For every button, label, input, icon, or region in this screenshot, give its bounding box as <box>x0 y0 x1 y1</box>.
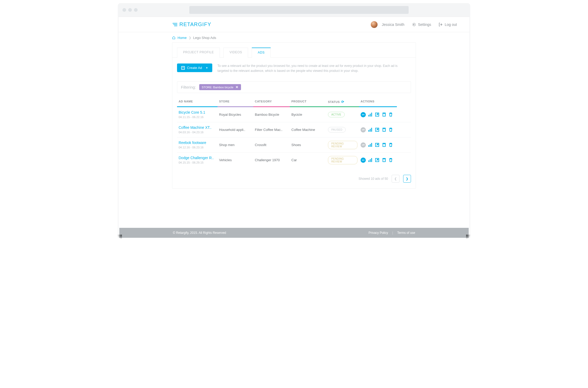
svg-rect-8 <box>368 130 369 132</box>
col-product[interactable]: PRODUCT <box>290 98 326 107</box>
status-badge: PENDING REVIEW <box>328 156 357 164</box>
filter-chip: STORE: Bamboo bicycle ✕ <box>199 84 241 90</box>
col-store[interactable]: STORE <box>217 98 253 107</box>
trash-icon[interactable] <box>388 158 393 163</box>
cell-category: Bamboo Bicycle <box>253 113 290 117</box>
status-badge: ACTIVE <box>328 112 345 117</box>
svg-rect-13 <box>368 145 369 147</box>
cell-store: Shop men <box>217 143 253 147</box>
svg-rect-10 <box>371 128 372 132</box>
chart-icon[interactable] <box>368 112 373 117</box>
url-bar[interactable] <box>189 6 409 14</box>
browser-controls <box>118 3 470 17</box>
user-name: Jessica Smith <box>382 22 404 27</box>
ad-name-link[interactable]: Dodge Challenger R.. <box>179 156 216 160</box>
svg-rect-17 <box>383 144 385 147</box>
caret-down-icon: ▼ <box>206 67 208 69</box>
svg-rect-19 <box>370 159 371 162</box>
svg-rect-14 <box>370 144 371 147</box>
avatar <box>371 21 378 28</box>
gear-icon <box>412 22 416 27</box>
ads-table: AD NAME STORE CATEGORY PRODUCT STATUS ⟳ … <box>172 93 416 173</box>
col-category[interactable]: CATEGORY <box>253 98 290 107</box>
filter-chip-text: STORE: Bamboo bicycle <box>202 86 233 89</box>
col-status[interactable]: STATUS ⟳ <box>326 98 359 107</box>
copy-icon[interactable] <box>381 128 386 132</box>
help-text: To see a relevant ad for the product you… <box>217 63 405 73</box>
pager-summary: Showed 10 ads of 50 <box>358 177 388 181</box>
status-badge: PAUSED <box>328 127 346 132</box>
ad-name-link[interactable]: Bicycle Core 5.1 <box>179 110 216 114</box>
cell-product: Shoes <box>290 143 326 147</box>
toggle-off[interactable]: off <box>361 127 366 132</box>
open-icon[interactable] <box>375 158 379 163</box>
ad-name-link[interactable]: Coffee Machine XT.. <box>179 125 216 130</box>
footer-privacy[interactable]: Privacy Policy <box>368 231 388 235</box>
logout-link[interactable]: Log out <box>438 22 457 27</box>
pager-prev[interactable]: ❮ <box>392 175 399 183</box>
logo-icon <box>172 23 177 26</box>
window-dot <box>134 8 138 12</box>
plus-icon: + <box>181 66 185 70</box>
col-ad-name[interactable]: AD NAME <box>177 98 217 107</box>
copy-icon[interactable] <box>381 158 386 163</box>
cell-category: Filter Coffee Mac.. <box>253 128 290 132</box>
logo[interactable]: RETARGIFY <box>172 21 211 27</box>
cell-store: Royal Bicycles <box>217 113 253 117</box>
filter-label: Filtering: <box>181 85 196 89</box>
tab-videos[interactable]: VIDEOS <box>224 48 248 58</box>
chart-icon[interactable] <box>368 128 373 132</box>
open-icon[interactable] <box>375 112 379 117</box>
ad-name-link[interactable]: Reebok footware <box>179 141 216 145</box>
tab-project-profile[interactable]: PROJECT PROFILE <box>177 48 220 58</box>
user-menu[interactable]: Jessica Smith <box>371 21 404 28</box>
toggle-on[interactable]: on <box>361 158 366 163</box>
table-row: Bicycle Core 5.104.11.15 - 06.22.16Royal… <box>177 107 411 122</box>
window-dot <box>122 8 126 12</box>
logo-text: RETARGIFY <box>179 21 211 27</box>
table-header: AD NAME STORE CATEGORY PRODUCT STATUS ⟳ … <box>177 98 411 107</box>
col-status-label: STATUS <box>328 100 340 103</box>
cell-product: Coffee Machine <box>290 128 326 132</box>
trash-icon[interactable] <box>388 143 393 147</box>
toggle-off[interactable]: off <box>361 142 366 148</box>
ad-dates: 04.11.15 - 06.22.16 <box>179 115 203 119</box>
pager: Showed 10 ads of 50 ❮ ❯ <box>172 173 416 188</box>
filter-chip-remove[interactable]: ✕ <box>236 85 238 89</box>
chart-icon[interactable] <box>368 143 373 147</box>
svg-rect-20 <box>371 158 372 162</box>
breadcrumb-home[interactable]: Home <box>178 36 187 40</box>
trash-icon[interactable] <box>388 112 393 117</box>
main-card: PROJECT PROFILE VIDEOS ADS + Create Ad ▼… <box>172 42 416 189</box>
svg-rect-18 <box>368 160 369 162</box>
create-ad-button[interactable]: + Create Ad ▼ <box>177 63 212 72</box>
topbar: RETARGIFY Jessica Smith Settings <box>119 17 469 32</box>
toggle-on[interactable]: on <box>361 112 366 117</box>
table-row: Reebok footware04.12.16 - 06.23.16Shop m… <box>177 137 411 153</box>
svg-rect-12 <box>383 129 385 132</box>
logout-icon <box>438 22 443 27</box>
chart-icon[interactable] <box>368 158 373 163</box>
copy-icon[interactable] <box>381 112 386 117</box>
footer-terms[interactable]: Terms of use <box>397 231 415 235</box>
cell-store: Vehicles <box>217 158 253 162</box>
breadcrumb: Home ❯ Lego Shop Ads <box>172 32 416 42</box>
chevron-right-icon: ❯ <box>189 36 191 39</box>
copy-icon[interactable] <box>381 143 386 147</box>
open-icon[interactable] <box>375 143 379 147</box>
svg-rect-15 <box>371 143 372 147</box>
tabs: PROJECT PROFILE VIDEOS ADS <box>172 43 416 58</box>
home-icon <box>172 36 175 39</box>
settings-link[interactable]: Settings <box>412 22 431 27</box>
tab-ads[interactable]: ADS <box>252 48 271 58</box>
breadcrumb-current: Lego Shop Ads <box>193 36 216 40</box>
cell-product: Bycicle <box>290 113 326 117</box>
svg-rect-9 <box>370 129 371 132</box>
refresh-icon[interactable]: ⟳ <box>341 100 344 104</box>
window-dot <box>128 8 132 12</box>
open-icon[interactable] <box>375 128 379 132</box>
pager-next[interactable]: ❯ <box>403 175 411 183</box>
trash-icon[interactable] <box>388 128 393 132</box>
filter-bar[interactable]: Filtering: STORE: Bamboo bicycle ✕ <box>177 81 411 93</box>
svg-rect-3 <box>368 115 369 117</box>
